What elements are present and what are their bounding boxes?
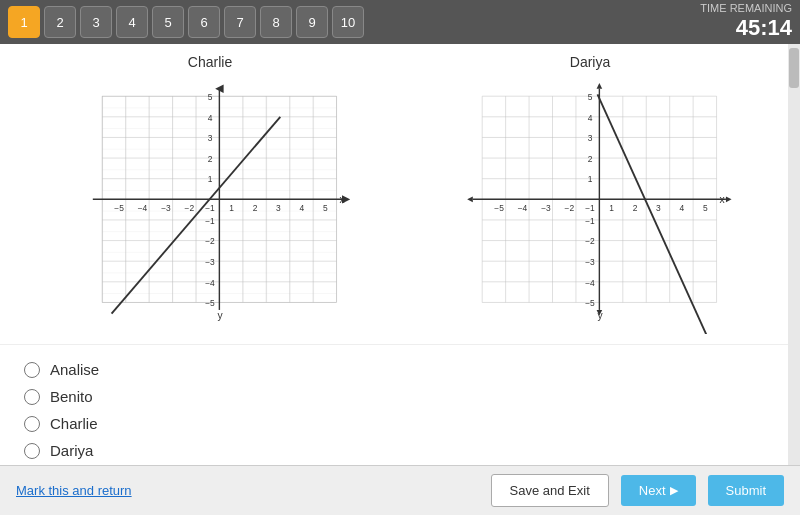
option-radio-benito[interactable]: [24, 389, 40, 405]
mark-return-link[interactable]: Mark this and return: [16, 483, 132, 498]
svg-text:3: 3: [208, 133, 213, 143]
question-buttons: 12345678910: [8, 6, 364, 38]
svg-text:5: 5: [323, 203, 328, 213]
question-btn-3[interactable]: 3: [80, 6, 112, 38]
option-row-benito[interactable]: Benito: [24, 388, 776, 405]
svg-marker-75: [467, 197, 473, 203]
question-btn-5[interactable]: 5: [152, 6, 184, 38]
svg-text:−3: −3: [161, 203, 171, 213]
svg-text:3: 3: [656, 203, 661, 213]
timer-label: TIME REMAINING: [700, 2, 792, 15]
option-label-benito: Benito: [50, 388, 93, 405]
main-content: Charlie: [0, 44, 800, 465]
question-btn-7[interactable]: 7: [224, 6, 256, 38]
scrollbar-thumb[interactable]: [789, 48, 799, 88]
svg-text:2: 2: [588, 154, 593, 164]
svg-text:5: 5: [588, 92, 593, 102]
option-radio-analise[interactable]: [24, 362, 40, 378]
svg-marker-74: [597, 83, 603, 89]
option-row-dariya[interactable]: Dariya: [24, 442, 776, 459]
option-row-charlie[interactable]: Charlie: [24, 415, 776, 432]
svg-text:−4: −4: [585, 278, 595, 288]
svg-line-99: [598, 94, 720, 334]
svg-text:2: 2: [208, 154, 213, 164]
submit-button[interactable]: Submit: [708, 475, 784, 506]
option-radio-charlie[interactable]: [24, 416, 40, 432]
svg-text:−1: −1: [205, 216, 215, 226]
svg-text:y: y: [598, 310, 604, 321]
svg-text:−3: −3: [205, 257, 215, 267]
svg-text:−5: −5: [205, 298, 215, 308]
svg-text:x: x: [339, 194, 345, 205]
option-row-analise[interactable]: Analise: [24, 361, 776, 378]
svg-text:3: 3: [588, 133, 593, 143]
scrollbar[interactable]: [788, 44, 800, 465]
svg-text:4: 4: [208, 113, 213, 123]
svg-text:−2: −2: [185, 203, 195, 213]
svg-text:−5: −5: [585, 298, 595, 308]
svg-text:3: 3: [276, 203, 281, 213]
svg-marker-73: [726, 197, 732, 203]
svg-text:−3: −3: [585, 257, 595, 267]
option-radio-dariya[interactable]: [24, 443, 40, 459]
svg-text:−4: −4: [205, 278, 215, 288]
question-btn-4[interactable]: 4: [116, 6, 148, 38]
question-btn-1[interactable]: 1: [8, 6, 40, 38]
svg-text:−5: −5: [494, 203, 504, 213]
svg-text:−2: −2: [565, 203, 575, 213]
svg-text:−1: −1: [585, 203, 595, 213]
svg-text:−3: −3: [541, 203, 551, 213]
question-btn-10[interactable]: 10: [332, 6, 364, 38]
svg-text:−2: −2: [205, 236, 215, 246]
svg-text:1: 1: [229, 203, 234, 213]
graph-charlie: Charlie: [40, 54, 380, 334]
svg-text:1: 1: [609, 203, 614, 213]
graph-dariya: Dariya: [420, 54, 760, 334]
graphs-area: Charlie: [0, 44, 800, 345]
timer-value: 45:14: [700, 15, 792, 41]
svg-text:4: 4: [588, 113, 593, 123]
question-btn-8[interactable]: 8: [260, 6, 292, 38]
svg-text:2: 2: [633, 203, 638, 213]
timer: TIME REMAINING 45:14: [700, 2, 792, 42]
svg-text:2: 2: [253, 203, 258, 213]
svg-text:−4: −4: [138, 203, 148, 213]
svg-text:5: 5: [703, 203, 708, 213]
next-button[interactable]: Next: [621, 475, 696, 506]
svg-text:−2: −2: [585, 236, 595, 246]
question-btn-2[interactable]: 2: [44, 6, 76, 38]
options-area: AnaliseBenitoCharlieDariya: [0, 345, 800, 465]
option-label-analise: Analise: [50, 361, 99, 378]
svg-text:1: 1: [588, 174, 593, 184]
svg-text:5: 5: [208, 92, 213, 102]
svg-text:x: x: [719, 194, 725, 205]
bottom-bar: Mark this and return Save and Exit Next …: [0, 465, 800, 515]
option-label-charlie: Charlie: [50, 415, 98, 432]
svg-text:4: 4: [680, 203, 685, 213]
top-bar: 12345678910 TIME REMAINING 45:14: [0, 0, 800, 44]
svg-text:1: 1: [208, 174, 213, 184]
save-exit-button[interactable]: Save and Exit: [491, 474, 609, 507]
svg-text:y: y: [218, 310, 224, 321]
question-btn-6[interactable]: 6: [188, 6, 220, 38]
graph-dariya-title: Dariya: [570, 54, 610, 70]
svg-text:−1: −1: [585, 216, 595, 226]
svg-text:4: 4: [300, 203, 305, 213]
graph-dariya-svg: x y −5 −4 −3 −2 −1 1 2 3 4 5 5 4 3 2 1 −…: [440, 74, 740, 334]
option-label-dariya: Dariya: [50, 442, 93, 459]
graph-charlie-title: Charlie: [188, 54, 232, 70]
svg-text:−4: −4: [518, 203, 528, 213]
question-btn-9[interactable]: 9: [296, 6, 328, 38]
graph-charlie-svg: x y −5 −4 −3 −2 −1 1 2 3 4 5 5 4 3 2 1 −…: [60, 74, 360, 334]
svg-text:−5: −5: [114, 203, 124, 213]
